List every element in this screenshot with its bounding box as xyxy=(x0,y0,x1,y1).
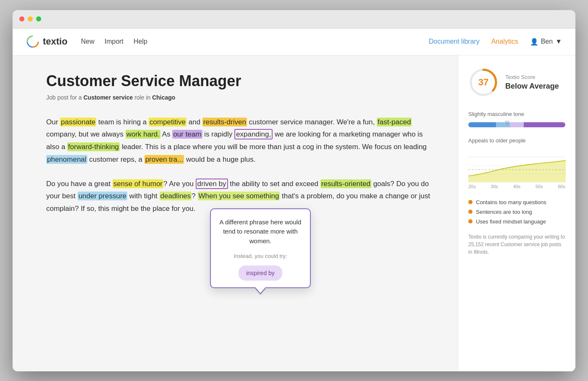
score-text: Textio Score Below Average xyxy=(505,74,565,91)
tooltip-suggestion[interactable]: inspired by xyxy=(239,265,282,281)
issue-item-3: Uses fixed mindset language xyxy=(468,218,565,225)
chart-label-50s: 50s xyxy=(536,184,543,189)
chart-label-20s: 20s xyxy=(468,184,476,189)
score-section: 37 Textio Score Below Average xyxy=(468,67,565,97)
issue-dot-3 xyxy=(468,219,472,223)
highlight-proven-track[interactable]: proven tra... xyxy=(144,155,184,164)
chart-label-40s: 40s xyxy=(513,184,521,189)
main-content: Customer Service Manager Job post for a … xyxy=(13,55,575,371)
issue-text-2: Sentences are too long xyxy=(476,209,532,215)
traffic-lights xyxy=(19,16,41,21)
highlight-under-pressure[interactable]: under pressure xyxy=(78,192,127,200)
highlight-fast-paced[interactable]: fast-paced xyxy=(377,118,412,126)
highlight-competitive[interactable]: competitive xyxy=(149,118,186,126)
chart-labels: 20s 30s 40s 50s 60s xyxy=(468,184,565,189)
maximize-button[interactable] xyxy=(36,16,41,21)
tone-bar-purple xyxy=(524,122,565,127)
score-number: 37 xyxy=(478,77,488,88)
tooltip-instead-label: Instead, you could try: xyxy=(218,252,303,261)
editor-area[interactable]: Customer Service Manager Job post for a … xyxy=(13,55,458,371)
tooltip-main-text: A different phrase here would tend to re… xyxy=(218,218,303,246)
score-status: Below Average xyxy=(505,82,565,91)
close-button[interactable] xyxy=(19,16,24,21)
tone-bar-light-purple xyxy=(510,122,524,127)
app-window: textio New Import Help Document library … xyxy=(13,10,575,371)
appeals-label: Appeals to older people xyxy=(468,137,565,144)
issues-list: Contains too many questions Sentences ar… xyxy=(468,199,565,225)
nav-document-library[interactable]: Document library xyxy=(429,38,480,45)
chevron-down-icon: ▼ xyxy=(555,38,562,45)
nav-right: Document library Analytics 👤 Ben ▼ xyxy=(429,38,562,46)
tone-bar-blue xyxy=(468,122,496,127)
highlight-results-oriented[interactable]: results-oriented xyxy=(320,179,371,188)
highlight-work-hard[interactable]: work hard. xyxy=(126,130,160,139)
highlight-forward-thinking[interactable]: forward-thinking xyxy=(67,142,120,151)
score-label: Textio Score xyxy=(505,74,565,80)
nav-import[interactable]: Import xyxy=(105,38,123,45)
issue-item-1: Contains too many questions xyxy=(468,199,565,205)
highlight-sense-of-humor[interactable]: sense of humor xyxy=(113,179,163,188)
appeals-svg xyxy=(468,149,566,182)
highlight-when-you-see[interactable]: When you see something xyxy=(198,192,280,200)
issue-text-3: Uses fixed mindset language xyxy=(476,218,546,225)
user-name: Ben xyxy=(541,38,553,45)
issue-dot-2 xyxy=(468,210,472,214)
subtitle-role: Customer service xyxy=(84,94,133,101)
tooltip-popup: A different phrase here would tend to re… xyxy=(210,208,311,289)
navbar: textio New Import Help Document library … xyxy=(13,29,575,55)
issue-text-1: Contains too many questions xyxy=(476,199,546,205)
tone-marker: ▽ xyxy=(505,120,509,126)
highlight-results-driven[interactable]: results-driven xyxy=(202,118,247,126)
subtitle-middle: for a xyxy=(70,94,84,101)
subtitle-prefix: Job post xyxy=(46,94,68,101)
nav-links: New Import Help xyxy=(81,38,429,45)
titlebar xyxy=(13,10,575,29)
user-menu[interactable]: 👤 Ben ▼ xyxy=(530,38,562,46)
chart-label-60s: 60s xyxy=(558,184,565,189)
sidebar: 37 Textio Score Below Average Slightly m… xyxy=(458,55,575,371)
nav-analytics[interactable]: Analytics xyxy=(491,38,518,45)
user-icon: 👤 xyxy=(530,38,538,46)
tone-label: Slightly masculine tone xyxy=(468,111,565,117)
issue-dot-1 xyxy=(468,200,472,204)
highlight-deadlines[interactable]: deadlines xyxy=(160,192,192,200)
paragraph-1: Our passionate team is hiring a competit… xyxy=(46,116,433,166)
logo-icon xyxy=(26,35,39,48)
minimize-button[interactable] xyxy=(28,16,33,21)
highlight-passionate[interactable]: passionate xyxy=(60,118,96,126)
doc-title: Customer Service Manager xyxy=(46,72,433,90)
appeals-chart: 20s 30s 40s 50s 60s xyxy=(468,149,565,189)
logo-area: textio xyxy=(26,35,68,48)
doc-body: Our passionate team is hiring a competit… xyxy=(46,116,433,215)
doc-subtitle: Job post for a Customer service role in … xyxy=(46,94,433,101)
highlight-driven-by[interactable]: driven by xyxy=(196,179,228,189)
logo-text: textio xyxy=(43,36,68,47)
highlight-phenomenal[interactable]: phenomenal xyxy=(46,155,87,164)
highlight-our-team[interactable]: our team xyxy=(172,130,202,139)
chart-label-30s: 30s xyxy=(491,184,498,189)
comparison-text: Textio is currently comparing your writi… xyxy=(468,233,565,256)
subtitle-location: Chicago xyxy=(152,94,175,101)
highlight-expanding[interactable]: expanding, xyxy=(234,129,273,139)
subtitle-suffix: role in xyxy=(134,94,152,101)
score-circle: 37 xyxy=(468,67,499,97)
issue-item-2: Sentences are too long xyxy=(468,209,565,215)
nav-new[interactable]: New xyxy=(81,38,94,45)
nav-help[interactable]: Help xyxy=(134,38,147,45)
tone-bar xyxy=(468,122,565,127)
